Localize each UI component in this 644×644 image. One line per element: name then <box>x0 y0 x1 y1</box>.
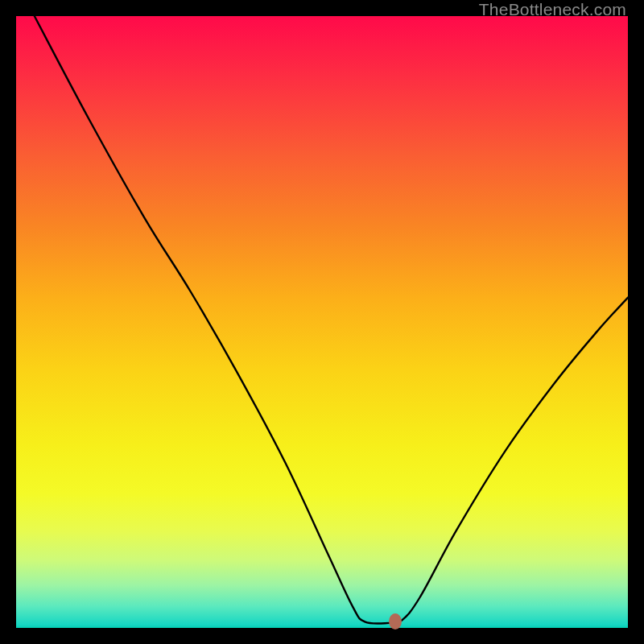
chart-plot-area <box>16 16 628 628</box>
bottleneck-curve <box>16 16 628 628</box>
chart-frame: TheBottleneck.com <box>0 0 644 644</box>
optimal-point-marker <box>389 613 402 630</box>
